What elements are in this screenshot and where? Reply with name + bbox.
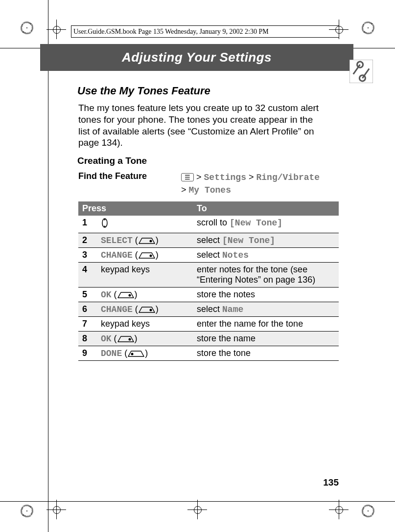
to-text: enter the name for the tone	[197, 319, 303, 329]
table-row: 7keypad keysenter the name for the tone	[78, 317, 339, 332]
rule	[71, 25, 339, 26]
table-row: 5OK ()store the notes	[78, 288, 339, 302]
to-mono: [New Tone]	[230, 218, 282, 228]
to-cell: scroll to [New Tone]	[193, 216, 339, 233]
softkey-icon	[117, 291, 135, 299]
to-mono: [New Tone]	[222, 236, 275, 245]
crop-mark	[329, 20, 349, 39]
step-number: 6	[78, 302, 97, 317]
to-text: scroll to	[197, 218, 230, 227]
to-cell: store the tone	[193, 346, 339, 361]
to-cell: select [New Tone]	[193, 233, 339, 248]
to-text: enter notes for the tone (see “Entering …	[197, 265, 315, 285]
to-cell: enter the name for the tone	[193, 317, 339, 332]
reg-mark	[21, 505, 33, 517]
to-text: select	[197, 250, 222, 260]
softkey-label: OK	[101, 334, 112, 344]
softkey-icon	[127, 350, 145, 357]
press-cell: CHANGE ()	[97, 248, 193, 263]
step-number: 7	[78, 317, 97, 332]
to-cell: enter notes for the tone (see “Entering …	[193, 263, 339, 288]
to-text: store the name	[197, 333, 256, 343]
softkey-label: CHANGE	[101, 250, 133, 260]
path-separator: >	[196, 172, 202, 182]
path-item: Ring/Vibrate	[256, 173, 320, 182]
find-feature-label: Find the Feature	[78, 171, 181, 197]
softkey-icon	[138, 237, 156, 244]
find-feature-path: ☰ > Settings > Ring/Vibrate > My Tones	[181, 171, 320, 197]
table-row: 2SELECT ()select [New Tone]	[78, 233, 339, 248]
step-number: 5	[78, 288, 97, 302]
press-cell: keypad keys	[97, 263, 193, 288]
svg-rect-0	[349, 60, 373, 83]
to-text: store the tone	[197, 348, 251, 358]
press-cell: OK ()	[97, 288, 193, 302]
rule	[71, 25, 71, 37]
softkey-label: SELECT	[101, 236, 133, 245]
chapter-title: Adjusting Your Settings	[122, 50, 272, 65]
press-cell: DONE ()	[97, 346, 193, 361]
section-heading: Use the My Tones Feature	[77, 85, 339, 97]
table-row: 6CHANGE ()select Name	[78, 302, 339, 317]
softkey-icon	[138, 306, 156, 313]
table-row: 8OK ()store the name	[78, 332, 339, 346]
to-cell: store the notes	[193, 288, 339, 302]
step-number: 2	[78, 233, 97, 248]
to-cell: select Notes	[193, 248, 339, 263]
step-number: 1	[78, 216, 97, 233]
tools-icon	[349, 60, 373, 83]
table-row: 9DONE ()store the tone	[78, 346, 339, 361]
reg-mark	[362, 22, 374, 34]
svg-point-4	[149, 240, 152, 243]
softkey-label: CHANGE	[101, 305, 133, 314]
to-mono: Notes	[222, 250, 249, 260]
svg-point-3	[104, 226, 106, 227]
running-header: User.Guide.GSM.book Page 135 Wednesday, …	[73, 28, 269, 36]
press-cell: CHANGE ()	[97, 302, 193, 317]
col-head-to: To	[193, 201, 339, 216]
svg-point-7	[149, 309, 152, 311]
press-cell	[97, 216, 193, 233]
chapter-title-bar: Adjusting Your Settings	[40, 44, 353, 71]
step-number: 3	[78, 248, 97, 263]
step-number: 8	[78, 332, 97, 346]
table-row: 1scroll to [New Tone]	[78, 216, 339, 233]
softkey-icon	[138, 251, 156, 259]
svg-point-8	[128, 338, 131, 341]
steps-table: Press To 1scroll to [New Tone]2SELECT ()…	[78, 201, 339, 361]
path-item: Settings	[204, 173, 246, 182]
step-number: 4	[78, 263, 97, 288]
page-number: 135	[323, 477, 339, 488]
subsection-heading: Creating a Tone	[77, 155, 339, 166]
rule	[0, 501, 395, 502]
intro-paragraph: The my tones feature lets you create up …	[78, 102, 323, 149]
crop-mark	[187, 500, 207, 519]
to-cell: select Name	[193, 302, 339, 317]
softkey-label: OK	[101, 290, 112, 300]
path-item: My Tones	[189, 185, 231, 195]
rule	[71, 37, 339, 38]
softkey-label: DONE	[101, 349, 122, 358]
path-separator: >	[249, 172, 254, 182]
menu-key-icon: ☰	[181, 173, 194, 181]
reg-mark	[362, 505, 374, 517]
to-cell: store the name	[193, 332, 339, 346]
press-cell: SELECT ()	[97, 233, 193, 248]
crop-mark	[46, 20, 66, 39]
table-row: 4keypad keysenter notes for the tone (se…	[78, 263, 339, 288]
to-text: select	[197, 304, 222, 314]
to-text: select	[197, 235, 222, 245]
press-cell: OK ()	[97, 332, 193, 346]
step-number: 9	[78, 346, 97, 361]
to-mono: Name	[222, 305, 243, 314]
softkey-icon	[117, 335, 135, 343]
find-feature-row: Find the Feature ☰ > Settings > Ring/Vib…	[78, 171, 339, 197]
svg-point-6	[128, 294, 131, 297]
crop-mark	[46, 500, 66, 519]
path-separator: >	[181, 185, 186, 195]
crop-mark	[329, 500, 349, 519]
to-text: store the notes	[197, 289, 255, 299]
reg-mark	[21, 22, 33, 34]
svg-point-9	[131, 353, 134, 355]
nav-key-icon	[101, 218, 109, 231]
